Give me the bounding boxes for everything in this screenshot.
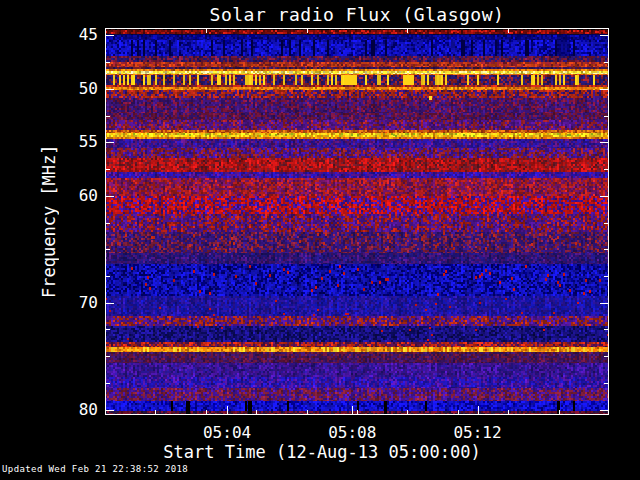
y-tick-label: 50 [64,79,98,99]
spectrogram-window: Solar radio Flux (Glasgow) Frequency [MH… [0,0,640,480]
x-tick-label: 05:04 [195,423,259,443]
y-tick-label: 45 [64,25,98,45]
spectrogram-heatmap [105,28,609,415]
y-axis-title: Frequency [MHz] [38,28,60,415]
y-tick-label: 80 [64,400,98,420]
x-tick-label: 05:08 [320,423,384,443]
chart-title: Solar radio Flux (Glasgow) [105,4,609,25]
y-tick-label: 70 [64,293,98,313]
x-axis-title: Start Time (12-Aug-13 05:00:00) [72,442,572,462]
x-tick-label: 05:12 [446,423,510,443]
y-tick-label: 60 [64,186,98,206]
plot-area [105,28,609,415]
y-tick-label: 55 [64,132,98,152]
updated-timestamp: Updated Wed Feb 21 22:38:52 2018 [2,464,188,474]
